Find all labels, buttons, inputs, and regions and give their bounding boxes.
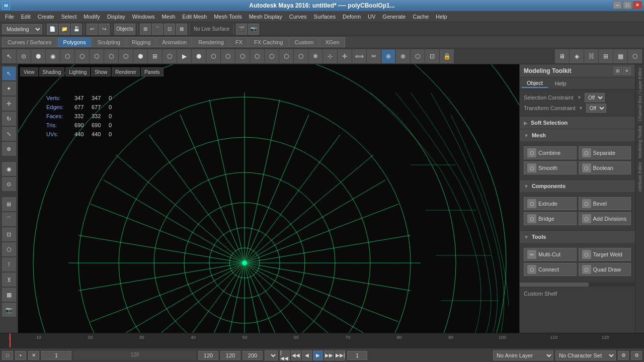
- cut-tool[interactable]: ✂: [367, 49, 381, 63]
- new-scene-btn[interactable]: 📄: [47, 24, 58, 35]
- target-weld-btn[interactable]: ⬡ Target Weld: [579, 248, 631, 261]
- move-mode-btn[interactable]: ✛: [2, 97, 16, 111]
- menu-select[interactable]: Select: [58, 13, 80, 21]
- tl-close-btn[interactable]: ✕: [28, 351, 39, 360]
- paint-tool[interactable]: ⬢: [31, 49, 45, 63]
- tab-rendering[interactable]: Rendering: [193, 37, 229, 47]
- tools-header[interactable]: ▼ Tools: [520, 231, 635, 243]
- menu-file[interactable]: File: [2, 13, 17, 21]
- transform-constraint-select[interactable]: Off: [586, 104, 606, 113]
- xform-tool[interactable]: ✛: [338, 49, 352, 63]
- quad-draw-btn[interactable]: ⬡ Quad Draw: [579, 263, 631, 276]
- help-tab[interactable]: Help: [550, 79, 572, 87]
- snap-view-btn[interactable]: ⊠: [176, 24, 187, 35]
- cam-btn[interactable]: 📷: [248, 24, 259, 35]
- open-scene-btn[interactable]: 📁: [59, 24, 70, 35]
- connect-btn[interactable]: ⬡ Connect: [524, 263, 577, 276]
- tab-custom[interactable]: Custom: [289, 37, 319, 47]
- close-panel-btn[interactable]: ✕: [623, 67, 631, 75]
- mesh-section-header[interactable]: ▼ Mesh: [520, 129, 635, 141]
- bridge-btn[interactable]: ⬡ Bridge: [524, 212, 577, 225]
- flatten-tool[interactable]: ⬢: [133, 49, 147, 63]
- lighting-menu[interactable]: Lighting: [65, 67, 90, 76]
- selection-constraint-select[interactable]: Off: [585, 93, 605, 102]
- minimize-button[interactable]: ─: [613, 1, 622, 9]
- smooth-tool[interactable]: ⬡: [104, 49, 118, 63]
- skip-to-start-btn[interactable]: |◀◀: [280, 350, 290, 360]
- snap-grid-btn[interactable]: ⊞: [140, 24, 151, 35]
- camera-btn[interactable]: 📷: [2, 303, 16, 317]
- combine-btn[interactable]: ⬡ Combine: [524, 146, 577, 159]
- tab-polygons[interactable]: Polygons: [57, 37, 91, 47]
- menu-create[interactable]: Create: [35, 13, 57, 21]
- menu-windows[interactable]: Windows: [129, 13, 158, 21]
- relax-tool[interactable]: ⬡: [75, 49, 89, 63]
- add-divisions-btn[interactable]: ⬡ Add Divisions: [579, 212, 631, 225]
- playback-range-bar[interactable]: 120: [73, 351, 196, 360]
- workspace-selector[interactable]: Modeling: [2, 24, 42, 34]
- rotate-mode-btn[interactable]: ↻: [2, 112, 16, 126]
- renderer-menu[interactable]: Renderer: [112, 67, 140, 76]
- offset-tool[interactable]: ⊗: [396, 49, 410, 63]
- menu-edit-mesh[interactable]: Edit Mesh: [179, 13, 210, 21]
- pinch-tool[interactable]: ⬡: [119, 49, 133, 63]
- sculpt-tool[interactable]: ⬡: [60, 49, 74, 63]
- menu-modify[interactable]: Modify: [80, 13, 103, 21]
- extrude-btn[interactable]: ⬡ Extrude: [524, 197, 577, 210]
- menu-display[interactable]: Display: [104, 13, 128, 21]
- separate-btn[interactable]: ⬡ Separate: [579, 146, 631, 159]
- grid-btn[interactable]: ▦: [2, 288, 16, 302]
- axis-btn[interactable]: ⊻: [2, 273, 16, 287]
- channelbox-btn[interactable]: ▦: [613, 49, 627, 63]
- universal-mode-btn[interactable]: ⊕: [2, 142, 16, 156]
- foamy-tool[interactable]: ⊞: [148, 49, 162, 63]
- scrollbar-thumb[interactable]: [520, 283, 589, 287]
- attribute-editor-label[interactable]: Attribute Editor: [637, 162, 642, 192]
- soft-select-btn[interactable]: ◉: [2, 162, 16, 176]
- snap-curve-btn[interactable]: ⌒: [152, 24, 163, 35]
- scale-mode-btn[interactable]: ⤡: [2, 127, 16, 141]
- undo-btn[interactable]: ↩: [87, 24, 98, 35]
- menu-curves[interactable]: Curves: [286, 13, 310, 21]
- snap-point-btn[interactable]: ⊡: [164, 24, 175, 35]
- soft-selection-header[interactable]: ▶ Soft Selection: [520, 117, 635, 129]
- imprint-tool[interactable]: ⬣: [192, 49, 206, 63]
- objects-btn[interactable]: Objects: [114, 24, 135, 35]
- render-btn[interactable]: 🎬: [236, 24, 247, 35]
- mirror-tool[interactable]: ⟺: [352, 49, 366, 63]
- tl-expand-btn[interactable]: ▪: [15, 351, 26, 360]
- sculpt-ls-btn[interactable]: ⬡: [2, 242, 16, 256]
- lasso-tool[interactable]: ⊙: [17, 49, 31, 63]
- channel-box-label[interactable]: Channel Box / Layer Editor: [637, 67, 642, 122]
- tab-curves-surfaces[interactable]: Curves / Surfaces: [2, 37, 57, 47]
- prev-frame-btn[interactable]: ◀: [302, 350, 312, 360]
- redo-btn[interactable]: ↪: [99, 24, 110, 35]
- bevel-btn[interactable]: ⬡ Bevel: [579, 197, 631, 210]
- transform2-tool[interactable]: ⊹: [323, 49, 337, 63]
- soft-mod-tool[interactable]: ◉: [46, 49, 60, 63]
- grab-tool[interactable]: ⬡: [90, 49, 104, 63]
- tab-animation[interactable]: Animation: [156, 37, 192, 47]
- select-tool[interactable]: ↖: [2, 49, 16, 63]
- menu-surfaces[interactable]: Surfaces: [311, 13, 339, 21]
- menu-cache[interactable]: Cache: [410, 13, 432, 21]
- bulge-tool[interactable]: ⬡: [279, 49, 293, 63]
- shading-menu[interactable]: Shading: [39, 67, 65, 76]
- boolean-btn[interactable]: ⬡ Boolean: [579, 161, 631, 174]
- menu-edit[interactable]: Edit: [18, 13, 34, 21]
- select-mode-btn[interactable]: ↖: [2, 66, 16, 80]
- expand-panel-btn[interactable]: ⊞: [614, 67, 622, 75]
- render-view-btn[interactable]: 🖥: [555, 49, 569, 63]
- snap-point-ls-btn[interactable]: ⊡: [2, 227, 16, 241]
- char-settings-btn[interactable]: ⚙: [631, 351, 642, 360]
- scrape-tool[interactable]: ⬡: [221, 49, 235, 63]
- object-tab[interactable]: Object: [522, 79, 548, 88]
- amplify-tool[interactable]: ⬡: [294, 49, 308, 63]
- menu-mesh-display[interactable]: Mesh Display: [246, 13, 285, 21]
- snap-live-btn[interactable]: 🔒: [440, 49, 454, 63]
- start-frame-input[interactable]: [44, 351, 69, 360]
- menu-uv[interactable]: UV: [365, 13, 378, 21]
- maximize-button[interactable]: □: [623, 1, 632, 9]
- play-btn[interactable]: ▶: [313, 350, 323, 360]
- anim-settings-btn[interactable]: ⚙: [618, 351, 629, 360]
